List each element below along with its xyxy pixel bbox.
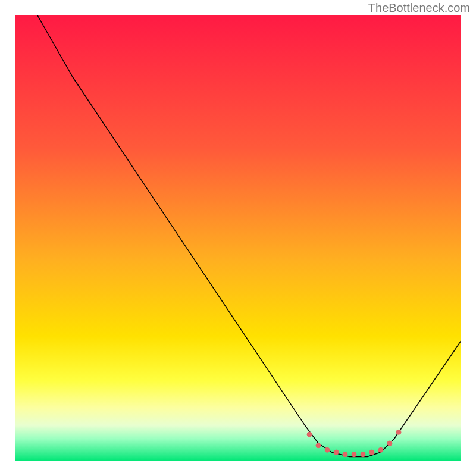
optimal-dot: [307, 432, 312, 437]
optimal-dot: [316, 443, 321, 448]
optimal-dot: [396, 430, 401, 434]
optimal-dot: [387, 441, 392, 446]
optimal-dot: [361, 452, 365, 457]
optimal-range-dots: [307, 430, 401, 457]
bottleneck-curve: [37, 15, 462, 457]
optimal-dot: [369, 450, 374, 455]
optimal-dot: [325, 447, 330, 452]
chart-overlay: [15, 15, 461, 461]
attribution-text: TheBottleneck.com: [368, 1, 470, 15]
optimal-dot: [352, 452, 356, 457]
optimal-dot: [343, 452, 347, 457]
optimal-dot: [334, 450, 339, 455]
optimal-dot: [378, 447, 383, 452]
